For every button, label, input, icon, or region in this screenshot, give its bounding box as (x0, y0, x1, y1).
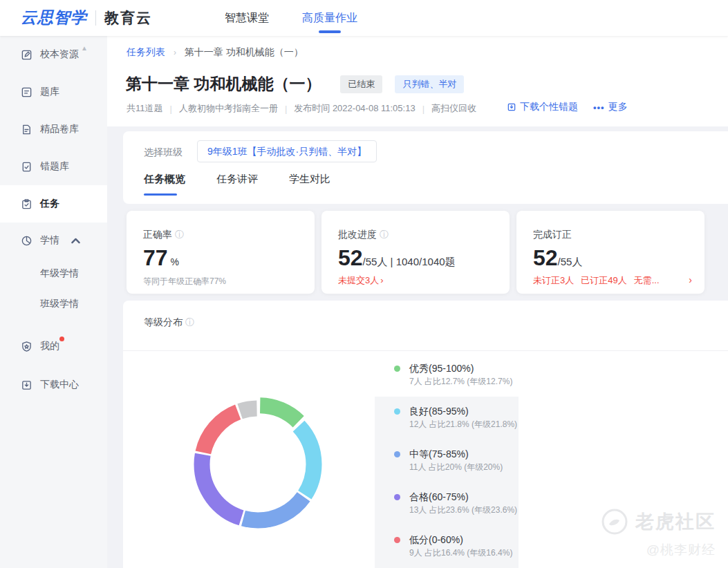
info-icon[interactable]: ⓘ (380, 229, 389, 240)
sidebar-item-mine[interactable]: 我的 (0, 326, 107, 366)
title-row: 第十一章 功和机械能（一） 已结束 只判错、半对 (126, 73, 464, 95)
meta-separator: | (170, 104, 172, 114)
sidebar: ▲ 校本资源 题库 精品卷库 错题库 任务 学情 年级学情 班级学情 我的 下载… (0, 36, 107, 568)
legend-item-good[interactable]: 良好(85-95%) 12人 占比21.8% (年级21.8%) (375, 397, 519, 439)
breadcrumb: 任务列表 › 第十一章 功和机械能（一） (127, 46, 304, 59)
legend-title: 中等(75-85%) (409, 448, 519, 461)
legend-item-excellent[interactable]: 优秀(95-100%) 7人 占比12.7% (年级12.7%) (375, 354, 519, 397)
correction-value: 52/55人 (533, 245, 582, 271)
sidebar-item-label: 下载中心 (40, 379, 79, 391)
download-wrong-questions-label: 下载个性错题 (520, 101, 578, 113)
info-icon[interactable]: ⓘ (185, 317, 194, 328)
tab-task-review[interactable]: 任务讲评 (216, 173, 258, 196)
legend-detail: 13人 占比23.6% (年级23.6%) (409, 504, 519, 516)
book-name: 人教初物中考指南全一册 (179, 102, 278, 115)
tab-label: 任务概览 (144, 173, 185, 184)
legend-dot (394, 537, 400, 543)
legend-title: 合格(60-75%) (409, 491, 519, 504)
legend-dot (394, 408, 400, 415)
question-count: 共11道题 (127, 102, 163, 115)
divider (123, 350, 728, 351)
sidebar-item-wrong-questions[interactable]: 错题库 (0, 148, 107, 185)
sidebar-item-premium-papers[interactable]: 精品卷库 (0, 111, 107, 148)
grade-distribution-card: 等级分布ⓘ 优秀(95-100%) 7人 占比12.7% (年级12.7%) 良… (123, 301, 728, 568)
meta-separator: | (422, 104, 424, 114)
sidebar-item-label: 学情 (40, 234, 59, 247)
sidebar-item-label: 任务 (40, 198, 59, 210)
legend-detail: 11人 占比20% (年级20%) (409, 461, 519, 473)
sidebar-item-label: 校本资源 (40, 48, 79, 61)
logo-primary: 云思智学 (21, 7, 87, 28)
clipboard-check-icon (21, 198, 32, 210)
not-submitted-link[interactable]: 未提交3人› (338, 274, 384, 287)
breadcrumb-current: 第十一章 功和机械能（一） (185, 46, 304, 57)
legend-item-low[interactable]: 低分(0-60%) 9人 占比16.4% (年级16.4%) (375, 525, 519, 568)
download-wrong-questions-button[interactable]: 下载个性错题 (507, 101, 578, 113)
not-submitted-label: 未提交3人 (338, 275, 379, 285)
notification-dot (59, 337, 64, 341)
legend-detail: 7人 占比12.7% (年级12.7%) (409, 375, 519, 388)
more-button[interactable]: ••• 更多 (593, 101, 628, 113)
wrong-book-icon (21, 161, 32, 173)
status-badge: 已结束 (340, 75, 382, 93)
pencil-square-icon (21, 49, 32, 61)
legend-title: 优秀(95-100%) (409, 362, 519, 375)
shield-star-icon (21, 341, 32, 352)
sidebar-item-question-bank[interactable]: 题库 (0, 73, 107, 111)
sidebar-item-download-center[interactable]: 下载中心 (0, 366, 107, 404)
tab-active-indicator (144, 193, 177, 196)
ellipsis-icon: ••• (593, 102, 605, 113)
nav-quality-homework[interactable]: 高质量作业 (302, 0, 357, 36)
accuracy-label: 正确率ⓘ (143, 229, 184, 241)
class-select-label: 选择班级 (144, 146, 183, 159)
grade-distribution-title: 等级分布ⓘ (144, 316, 194, 329)
correction-card: 完成订正 52/55人 未订正3人已订正49人无需... › (516, 211, 704, 294)
sidebar-subitem-label: 年级学情 (40, 267, 79, 280)
legend-item-pass[interactable]: 合格(60-75%) 13人 占比23.6% (年级23.6%) (375, 482, 519, 525)
chevron-right-icon[interactable]: › (689, 274, 692, 285)
chevron-right-icon: › (380, 275, 383, 285)
mode-badge: 只判错、半对 (395, 75, 464, 93)
logo-divider (95, 10, 96, 26)
sidebar-item-label: 错题库 (40, 160, 69, 173)
sidebar-subitem-grade-learning[interactable]: 年级学情 (0, 258, 107, 289)
logo-secondary: 教育云 (104, 8, 152, 28)
legend-detail: 9人 占比16.4% (年级16.4%) (409, 547, 519, 559)
sidebar-item-label: 题库 (40, 86, 59, 98)
legend-dot (394, 494, 400, 500)
sidebar-item-school-resources[interactable]: 校本资源 (0, 36, 107, 73)
grading-progress-card: 批改进度ⓘ 52/55人 | 1040/1040题 未提交3人› (321, 211, 510, 294)
accuracy-card: 正确率ⓘ 77% 等同于年级正确率77% (127, 211, 315, 294)
tab-task-overview[interactable]: 任务概览 (144, 173, 185, 196)
correction-detail-link[interactable]: 未订正3人已订正49人无需... (533, 274, 660, 287)
correction-label: 完成订正 (533, 229, 572, 241)
class-select-button[interactable]: 9年级1班【手动批改·只判错、半对】 (197, 140, 377, 162)
grade-donut[interactable] (189, 395, 327, 533)
donut-chart (189, 395, 327, 533)
grade-distribution-title-text: 等级分布 (144, 316, 183, 328)
grading-label: 批改进度ⓘ (338, 229, 389, 241)
breadcrumb-separator: › (174, 48, 176, 57)
grading-number: 52 (338, 245, 363, 270)
more-label: 更多 (608, 101, 628, 113)
sidebar-subitem-class-learning[interactable]: 班级学情 (0, 289, 107, 319)
legend-dot (394, 451, 400, 457)
sidebar-item-tasks[interactable]: 任务 (0, 185, 107, 223)
nav-smart-class[interactable]: 智慧课堂 (225, 0, 269, 36)
publish-time: 发布时间 2022-04-08 11:05:13 (294, 102, 415, 115)
tab-student-compare[interactable]: 学生对比 (289, 173, 330, 196)
info-icon[interactable]: ⓘ (175, 229, 184, 240)
sidebar-item-label: 我的 (40, 340, 59, 352)
breadcrumb-task-list[interactable]: 任务列表 (127, 46, 165, 57)
download-icon (507, 102, 516, 112)
nav-active-indicator (319, 30, 341, 33)
legend-item-medium[interactable]: 中等(75-85%) 11人 占比20% (年级20%) (375, 439, 519, 482)
sidebar-item-learning[interactable]: 学情 (0, 223, 107, 258)
sidebar-subitem-label: 班级学情 (40, 298, 79, 310)
legend-dot (394, 366, 400, 372)
corrected-label: 已订正49人 (581, 275, 626, 285)
tab-label: 任务讲评 (216, 173, 258, 184)
accuracy-unit: % (171, 256, 179, 267)
grading-value: 52/55人 | 1040/1040题 (338, 245, 456, 271)
grading-extra: /55人 | 1040/1040题 (363, 256, 456, 267)
